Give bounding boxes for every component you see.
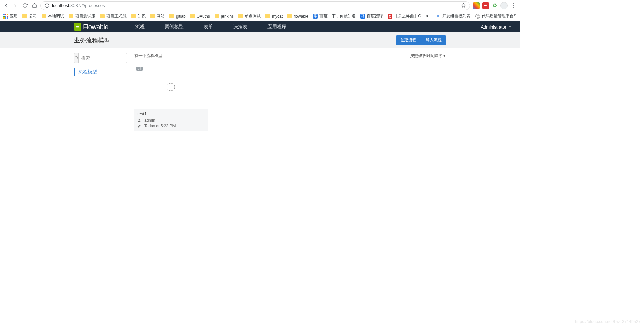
logo-text: Flowable xyxy=(83,23,108,31)
bookmark-label: 代码质量管理平台S... xyxy=(482,13,520,19)
bookmark-label: jenkins xyxy=(221,14,234,19)
chrome-menu[interactable]: ⋮ xyxy=(510,2,517,9)
folder-icon xyxy=(238,14,243,18)
bookmark-item[interactable]: 掌百度一下，你就知道 xyxy=(313,13,356,19)
folder-icon xyxy=(190,14,195,18)
confluence-icon: ✕ xyxy=(436,14,441,19)
folder-icon xyxy=(22,14,27,18)
back-button[interactable] xyxy=(3,2,9,9)
user-name: Administrator xyxy=(481,24,506,30)
version-badge: v1 xyxy=(136,67,143,71)
folder-icon xyxy=(100,14,105,18)
create-process-button[interactable]: 创建流程 xyxy=(396,35,421,45)
sidebar: 流程模型 xyxy=(74,53,127,131)
folder-icon xyxy=(69,14,73,18)
translate-icon: 译 xyxy=(360,14,365,19)
import-process-button[interactable]: 导入流程 xyxy=(421,35,446,45)
bookmark-label: mycat xyxy=(272,14,283,19)
page-title: 业务流程模型 xyxy=(74,36,396,44)
bookmark-item[interactable]: 项目正式服 xyxy=(100,13,127,19)
nav-tab[interactable]: 应用程序 xyxy=(257,21,296,32)
bookmark-item[interactable]: 网站 xyxy=(150,13,165,19)
bookmark-item[interactable]: jenkins xyxy=(215,14,234,19)
bookmark-label: gitlab xyxy=(176,14,186,19)
folder-icon xyxy=(169,14,174,18)
bookmark-item[interactable]: 单点测试 xyxy=(238,13,261,19)
apps-icon xyxy=(3,14,8,19)
bookmark-label: OAuths xyxy=(197,14,210,19)
extension-icon[interactable]: ••• xyxy=(482,2,489,9)
nav-tab[interactable]: 流程 xyxy=(125,21,155,32)
logo-icon xyxy=(74,23,81,31)
bookmark-label: 百度一下，你就知道 xyxy=(319,13,356,19)
model-author: admin xyxy=(144,118,155,123)
extension-icon[interactable]: ♻ xyxy=(492,3,498,9)
content: 流程模型 有一个流程模型 按照修改时间降序 ▾ v1test1adminToda… xyxy=(0,48,520,136)
bookmark-item[interactable]: ✕开发组看板列表 xyxy=(436,13,470,19)
bookmark-item[interactable]: 应用 xyxy=(3,13,18,19)
user-icon xyxy=(137,119,141,122)
bookmark-item[interactable]: mycat xyxy=(265,14,283,19)
profile-avatar[interactable] xyxy=(500,2,508,9)
bookmarks-bar: 应用公司本地调试项目测试服项目正式服知识网站gitlabOAuthsjenkin… xyxy=(0,11,520,21)
csdn-icon: C xyxy=(388,14,392,19)
app-navbar: Flowable 流程案例模型表单决策表应用程序 Administrator xyxy=(0,21,520,32)
bookmark-label: 【乐之终曲】GitLa... xyxy=(394,13,431,19)
bookmark-item[interactable]: 译百度翻译 xyxy=(360,13,383,19)
address-bar[interactable]: localhost:8087/#/processes xyxy=(40,1,470,10)
bookmark-label: 本地调试 xyxy=(48,13,64,19)
site-info-icon[interactable] xyxy=(44,3,50,9)
browser-toolbar: localhost:8087/#/processes ••• ♻ ⋮ xyxy=(0,0,520,11)
folder-icon xyxy=(215,14,219,18)
nav-tab[interactable]: 案例模型 xyxy=(155,21,194,32)
url-text: localhost:8087/#/processes xyxy=(52,3,458,8)
model-thumbnail: v1 xyxy=(134,65,208,109)
svg-point-4 xyxy=(75,57,78,59)
folder-icon xyxy=(42,14,46,18)
bookmark-item[interactable]: OAuths xyxy=(190,14,210,19)
svg-line-5 xyxy=(77,59,78,59)
extension-icon[interactable] xyxy=(473,2,480,9)
logo[interactable]: Flowable xyxy=(74,23,108,31)
bookmark-item[interactable]: flowable xyxy=(287,14,308,19)
sidebar-item-process-models[interactable]: 流程模型 xyxy=(74,68,127,76)
model-card[interactable]: v1test1adminToday at 5:23 PM xyxy=(134,65,208,131)
folder-icon xyxy=(150,14,155,18)
folder-icon xyxy=(131,14,136,18)
model-name: test1 xyxy=(137,111,204,116)
star-icon[interactable] xyxy=(460,3,466,9)
bookmark-item[interactable]: 项目测试服 xyxy=(69,13,95,19)
list-header: 有一个流程模型 按照修改时间降序 ▾ xyxy=(134,53,446,59)
bookmark-item[interactable]: 知识 xyxy=(131,13,146,19)
bookmark-label: 开发组看板列表 xyxy=(442,13,470,19)
pencil-icon xyxy=(137,124,141,128)
sort-dropdown[interactable]: 按照修改时间降序 ▾ xyxy=(410,53,445,59)
user-menu[interactable]: Administrator xyxy=(481,24,513,30)
search-input[interactable] xyxy=(79,53,127,63)
nav-tab[interactable]: 决策表 xyxy=(223,21,257,32)
nav-tab[interactable]: 表单 xyxy=(194,21,223,32)
svg-marker-3 xyxy=(461,3,466,7)
reload-button[interactable] xyxy=(21,2,28,9)
folder-icon xyxy=(265,14,270,18)
search-box xyxy=(74,53,127,63)
bookmark-label: 公司 xyxy=(29,13,37,19)
baidu-icon: 掌 xyxy=(313,14,318,19)
folder-icon xyxy=(287,14,292,18)
sonar-icon xyxy=(475,14,480,19)
bookmark-item[interactable]: 公司 xyxy=(22,13,37,19)
bookmark-item[interactable]: 代码质量管理平台S... xyxy=(475,13,520,19)
model-meta: test1adminToday at 5:23 PM xyxy=(134,109,208,131)
bookmark-label: flowable xyxy=(294,14,308,19)
bookmark-label: 百度翻译 xyxy=(367,13,383,19)
action-buttons: 创建流程 导入流程 xyxy=(396,35,446,45)
bookmark-label: 单点测试 xyxy=(245,13,261,19)
home-button[interactable] xyxy=(31,2,38,9)
search-button[interactable] xyxy=(74,53,79,63)
bookmark-item[interactable]: C【乐之终曲】GitLa... xyxy=(388,13,431,19)
forward-button[interactable] xyxy=(12,2,19,9)
page-header: 业务流程模型 创建流程 导入流程 xyxy=(0,32,520,48)
bookmark-label: 知识 xyxy=(138,13,146,19)
bookmark-item[interactable]: 本地调试 xyxy=(42,13,64,19)
bookmark-item[interactable]: gitlab xyxy=(169,14,186,19)
